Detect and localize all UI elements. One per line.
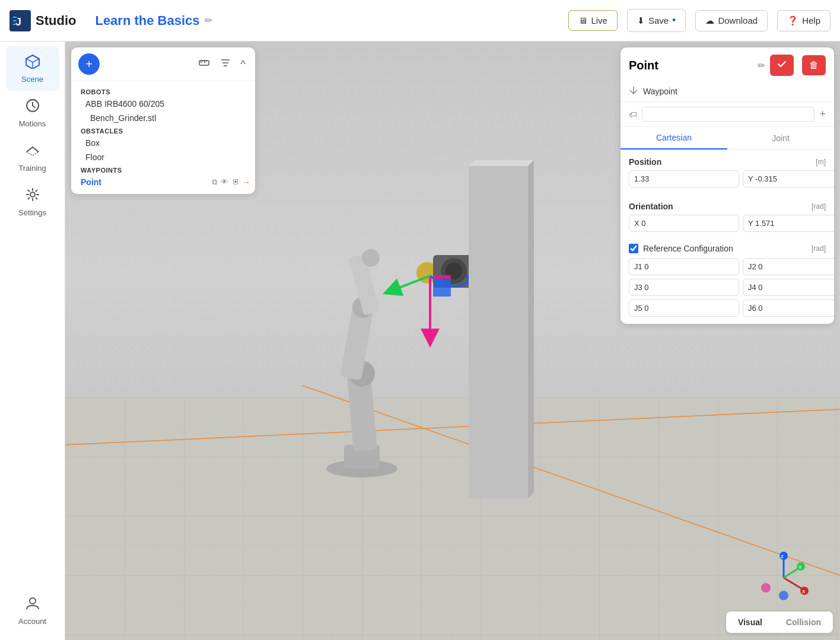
edit-point-button[interactable]: ✏ xyxy=(758,60,765,71)
sidebar-item-motions[interactable]: Motions xyxy=(6,91,59,135)
svg-text:X: X xyxy=(802,589,806,594)
orientation-section: Orientation [rad] xyxy=(621,195,834,239)
ref-config-checkbox[interactable] xyxy=(629,244,638,253)
position-unit: [m] xyxy=(816,158,826,166)
save-point-button[interactable] xyxy=(770,55,794,76)
tab-cartesian[interactable]: Cartesian xyxy=(621,127,727,149)
collision-button[interactable]: Collision xyxy=(774,612,833,633)
add-object-button[interactable]: + xyxy=(78,53,100,75)
svg-point-10 xyxy=(30,598,36,604)
svg-line-15 xyxy=(303,386,840,575)
svg-point-24 xyxy=(416,262,438,284)
delete-point-button[interactable]: 🗑 xyxy=(802,55,826,75)
obstacle-item-floor[interactable]: Floor xyxy=(71,150,255,164)
joints-grid xyxy=(621,256,834,324)
ref-config-label: Reference Configuration xyxy=(643,244,807,253)
svg-rect-22 xyxy=(349,254,380,316)
svg-rect-30 xyxy=(433,279,451,297)
visual-button[interactable]: Visual xyxy=(726,612,774,633)
svg-rect-20 xyxy=(340,301,374,380)
sidebar-bottom: Account xyxy=(6,588,59,640)
svg-point-27 xyxy=(446,263,462,279)
scene-panel: + xyxy=(71,47,255,194)
orientation-x-field[interactable] xyxy=(629,215,739,232)
help-icon: ❓ xyxy=(787,15,798,26)
live-button[interactable]: 🖥 Live xyxy=(568,10,618,31)
edit-project-name-button[interactable]: ✏ xyxy=(205,15,212,26)
waypoint-arrow-icon[interactable]: → xyxy=(242,177,250,187)
filter-button[interactable] xyxy=(217,55,234,74)
j4-field[interactable] xyxy=(743,279,834,296)
waypoint-type-icon xyxy=(629,85,638,97)
save-label: Save xyxy=(648,15,669,26)
j2-field[interactable] xyxy=(743,258,834,275)
svg-point-44 xyxy=(779,591,788,600)
ref-config-unit: [rad] xyxy=(812,244,826,253)
help-label: Help xyxy=(802,15,820,26)
svg-marker-12 xyxy=(65,397,840,640)
svg-point-26 xyxy=(441,258,467,284)
add-tag-button[interactable]: + xyxy=(819,108,826,120)
robot-item-grinder[interactable]: Bench_Grinder.stl xyxy=(71,111,255,125)
tag-input[interactable] xyxy=(642,107,814,122)
j5-field[interactable] xyxy=(629,300,739,317)
live-icon: 🖥 xyxy=(578,15,587,26)
download-button[interactable]: ☁ Download xyxy=(695,10,768,31)
sidebar-item-settings[interactable]: Settings xyxy=(6,180,59,224)
svg-point-19 xyxy=(349,361,375,387)
point-panel: Point ✏ 🗑 Waypoint xyxy=(621,47,834,324)
j1-field[interactable] xyxy=(629,258,739,275)
save-button[interactable]: ⬇ Save • xyxy=(627,9,686,32)
settings-icon xyxy=(25,187,40,206)
robot-item-abb[interactable]: ABB IRB4600 60/205 xyxy=(71,97,255,111)
help-button[interactable]: ❓ Help xyxy=(777,10,831,31)
download-label: Download xyxy=(718,15,758,26)
logo-area: J Studio xyxy=(9,10,76,31)
waypoint-actions: ⧉ 👁 ⛨ xyxy=(212,177,240,187)
obstacle-item-box[interactable]: Box xyxy=(71,136,255,150)
svg-point-21 xyxy=(352,297,374,318)
visual-collision-bar: Visual Collision xyxy=(726,612,833,633)
obstacles-section-label: OBSTACLES xyxy=(71,125,255,136)
tabs-row: Cartesian Joint xyxy=(621,127,834,150)
ruler-button[interactable] xyxy=(196,55,212,74)
waypoint-item-point[interactable]: Point ⧉ 👁 ⛨ → xyxy=(71,175,255,189)
account-icon xyxy=(25,596,40,614)
waypoint-type-label: Waypoint xyxy=(643,87,677,96)
sidebar-item-training[interactable]: Training xyxy=(6,135,59,180)
sidebar: Scene Motions Training xyxy=(0,42,65,640)
viewport[interactable]: Z X Y Visual Collision xyxy=(65,42,840,640)
svg-marker-34 xyxy=(528,160,534,498)
position-label: Position xyxy=(629,157,661,167)
ref-config-row: Reference Configuration [rad] xyxy=(621,239,834,256)
project-title-text: Learn the Basics xyxy=(95,13,199,28)
svg-rect-32 xyxy=(469,166,528,498)
eye-waypoint-icon[interactable]: 👁 xyxy=(221,177,228,187)
shield-waypoint-icon[interactable]: ⛨ xyxy=(232,177,240,187)
waypoints-section-label: WAYPOINTS xyxy=(71,164,255,175)
svg-point-16 xyxy=(326,460,397,477)
svg-point-9 xyxy=(30,192,35,197)
sidebar-item-account[interactable]: Account xyxy=(6,588,59,633)
tab-joint[interactable]: Joint xyxy=(727,127,834,149)
settings-label: Settings xyxy=(18,208,46,217)
topbar: J Studio Learn the Basics ✏ 🖥 Live ⬇ Sav… xyxy=(0,0,840,42)
app-name: Studio xyxy=(36,13,76,28)
position-x-field[interactable] xyxy=(629,170,739,187)
waypoint-name: Point xyxy=(81,177,209,187)
svg-point-23 xyxy=(362,249,380,267)
orientation-unit: [rad] xyxy=(812,202,826,211)
project-title-area: Learn the Basics ✏ xyxy=(95,13,212,28)
collapse-button[interactable]: ^ xyxy=(238,56,248,73)
sidebar-item-scene[interactable]: Scene xyxy=(6,46,59,91)
scene-panel-header: + xyxy=(71,47,255,81)
orientation-y-field[interactable] xyxy=(743,215,834,232)
svg-text:Z: Z xyxy=(781,554,784,559)
j3-field[interactable] xyxy=(629,279,739,296)
position-y-field[interactable] xyxy=(743,170,834,187)
j6-field[interactable] xyxy=(743,300,834,317)
svg-marker-13 xyxy=(65,397,840,640)
copy-waypoint-icon[interactable]: ⧉ xyxy=(212,177,217,187)
save-icon: ⬇ xyxy=(637,15,645,26)
waypoint-type-row: Waypoint xyxy=(621,83,834,102)
